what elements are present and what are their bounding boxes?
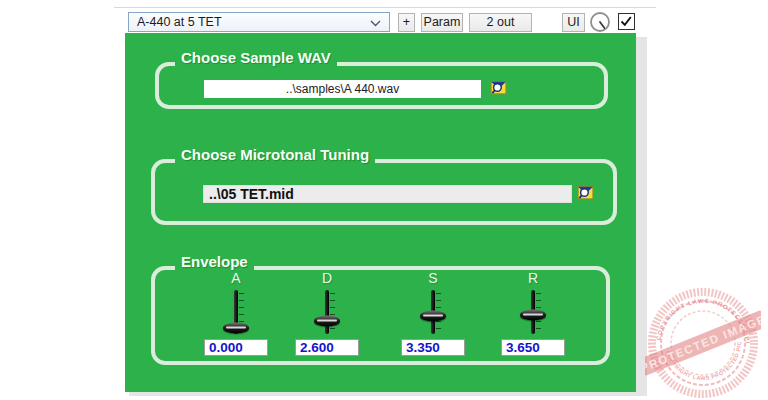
- browse-file-icon[interactable]: [577, 184, 594, 201]
- envelope-slider-attack: A: [203, 270, 269, 356]
- preset-dropdown-value: A-440 at 5 TET: [137, 15, 222, 29]
- tuning-path-field[interactable]: [203, 185, 572, 203]
- slider-track-release[interactable]: [500, 288, 566, 336]
- add-preset-button[interactable]: +: [398, 13, 415, 32]
- sample-wav-path-field[interactable]: [204, 80, 481, 98]
- attack-value-field[interactable]: [204, 339, 268, 356]
- knob-icon[interactable]: [589, 11, 611, 33]
- browse-file-icon[interactable]: [490, 79, 507, 96]
- envelope-slider-sustain: S: [400, 270, 466, 356]
- panel-shadow-right: [636, 37, 647, 394]
- slider-track-sustain[interactable]: [400, 288, 466, 336]
- slider-label-a: A: [231, 270, 240, 286]
- slider-track-attack[interactable]: [203, 288, 269, 336]
- output-mode-button[interactable]: 2 out: [469, 13, 532, 32]
- svg-text:COPYRIGHT LAWS PROTECTED PICTU: COPYRIGHT LAWS PROTECTED PICTURE: [645, 286, 751, 345]
- ui-button[interactable]: UI: [562, 13, 585, 32]
- watermark-arc-text-bottom: COPYRIGHT LAWS PROTECTED PICTURE: [645, 286, 742, 381]
- chevron-down-icon: [370, 20, 381, 27]
- panel-shadow-bottom: [129, 392, 647, 396]
- slider-track-decay[interactable]: [294, 288, 360, 336]
- preset-dropdown[interactable]: A-440 at 5 TET: [128, 12, 390, 32]
- tuning-group-title: Choose Microtonal Tuning: [175, 146, 375, 164]
- slider-handle-release[interactable]: [520, 310, 546, 321]
- release-value-field[interactable]: [501, 339, 565, 356]
- checkmark-icon: [619, 14, 633, 28]
- watermark-band-text: PROTECTED IMAGE: [645, 313, 761, 374]
- envelope-slider-decay: D: [294, 270, 360, 356]
- slider-handle-sustain[interactable]: [420, 311, 446, 322]
- param-button[interactable]: Param: [421, 13, 463, 32]
- envelope-group-title: Envelope: [175, 253, 254, 271]
- slider-handle-decay[interactable]: [314, 315, 340, 326]
- decay-value-field[interactable]: [295, 339, 359, 356]
- protected-image-watermark: COPYRIGHT LAWS PROTECTED PICTURE COPYRIG…: [645, 286, 761, 400]
- envelope-slider-release: R: [500, 270, 566, 356]
- sustain-value-field[interactable]: [401, 339, 465, 356]
- slider-handle-attack[interactable]: [223, 323, 249, 334]
- svg-text:COPYRIGHT LAWS PROTECTED PICTU: COPYRIGHT LAWS PROTECTED PICTURE: [645, 286, 742, 381]
- plugin-window: A-440 at 5 TET + Param 2 out UI Choose S…: [0, 0, 768, 400]
- slider-label-s: S: [428, 270, 437, 286]
- slider-label-r: R: [528, 270, 538, 286]
- watermark-arc-text-top: COPYRIGHT LAWS PROTECTED PICTURE: [645, 286, 751, 345]
- slider-label-d: D: [322, 270, 332, 286]
- panel-content: Choose Sample WAV Choose Microtonal Tuni…: [125, 33, 636, 392]
- window-top-edge: [114, 7, 656, 8]
- sample-wav-group-title: Choose Sample WAV: [175, 49, 337, 67]
- enable-checkbox[interactable]: [618, 13, 635, 30]
- slider-rail: [325, 290, 329, 334]
